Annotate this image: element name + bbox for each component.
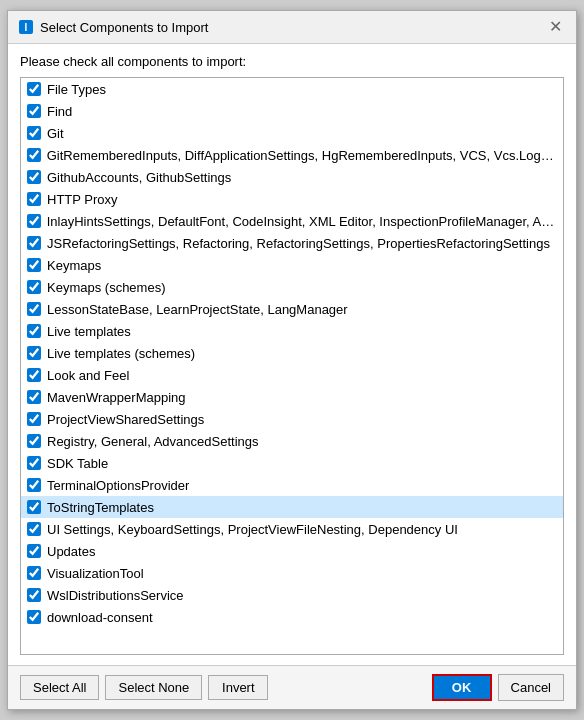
item-checkbox[interactable]	[27, 478, 41, 492]
list-item[interactable]: Registry, General, AdvancedSettings	[21, 430, 563, 452]
item-label: Find	[47, 104, 72, 119]
title-bar-left: I Select Components to Import	[18, 19, 208, 35]
invert-button[interactable]: Invert	[208, 675, 268, 700]
item-checkbox[interactable]	[27, 192, 41, 206]
item-label: LessonStateBase, LearnProjectState, Lang…	[47, 302, 348, 317]
item-label: Look and Feel	[47, 368, 129, 383]
item-checkbox[interactable]	[27, 104, 41, 118]
item-label: UI Settings, KeyboardSettings, ProjectVi…	[47, 522, 458, 537]
list-item[interactable]: GithubAccounts, GithubSettings	[21, 166, 563, 188]
item-label: Live templates	[47, 324, 131, 339]
item-checkbox[interactable]	[27, 170, 41, 184]
item-label: GithubAccounts, GithubSettings	[47, 170, 231, 185]
item-checkbox[interactable]	[27, 214, 41, 228]
select-all-button[interactable]: Select All	[20, 675, 99, 700]
list-item[interactable]: JSRefactoringSettings, Refactoring, Refa…	[21, 232, 563, 254]
item-checkbox[interactable]	[27, 434, 41, 448]
item-label: WslDistributionsService	[47, 588, 184, 603]
item-label: download-consent	[47, 610, 153, 625]
list-item[interactable]: InlayHintsSettings, DefaultFont, CodeIns…	[21, 210, 563, 232]
item-checkbox[interactable]	[27, 280, 41, 294]
item-label: GitRememberedInputs, DiffApplicationSett…	[47, 148, 557, 163]
title-bar: I Select Components to Import ✕	[8, 11, 576, 44]
item-label: ToStringTemplates	[47, 500, 154, 515]
item-label: JSRefactoringSettings, Refactoring, Refa…	[47, 236, 550, 251]
list-item[interactable]: WslDistributionsService	[21, 584, 563, 606]
list-item[interactable]: Find	[21, 100, 563, 122]
list-item[interactable]: LessonStateBase, LearnProjectState, Lang…	[21, 298, 563, 320]
item-checkbox[interactable]	[27, 346, 41, 360]
svg-text:I: I	[25, 22, 28, 33]
item-label: Registry, General, AdvancedSettings	[47, 434, 259, 449]
instructions: Please check all components to import:	[20, 54, 564, 69]
dialog-body: Please check all components to import: F…	[8, 44, 576, 665]
list-item[interactable]: Git	[21, 122, 563, 144]
item-label: SDK Table	[47, 456, 108, 471]
ok-button[interactable]: OK	[432, 674, 492, 701]
item-label: MavenWrapperMapping	[47, 390, 186, 405]
cancel-button[interactable]: Cancel	[498, 674, 564, 701]
item-label: InlayHintsSettings, DefaultFont, CodeIns…	[47, 214, 557, 229]
list-item[interactable]: TerminalOptionsProvider	[21, 474, 563, 496]
footer-right-buttons: OK Cancel	[432, 674, 564, 701]
item-label: TerminalOptionsProvider	[47, 478, 189, 493]
list-item[interactable]: Live templates	[21, 320, 563, 342]
item-checkbox[interactable]	[27, 126, 41, 140]
item-label: VisualizationTool	[47, 566, 144, 581]
item-label: Keymaps	[47, 258, 101, 273]
list-item[interactable]: HTTP Proxy	[21, 188, 563, 210]
list-item[interactable]: VisualizationTool	[21, 562, 563, 584]
footer-left-buttons: Select All Select None Invert	[20, 675, 268, 700]
close-button[interactable]: ✕	[545, 17, 566, 37]
item-checkbox[interactable]	[27, 500, 41, 514]
list-item[interactable]: ToStringTemplates	[21, 496, 563, 518]
list-item[interactable]: Keymaps	[21, 254, 563, 276]
select-none-button[interactable]: Select None	[105, 675, 202, 700]
item-label: Updates	[47, 544, 95, 559]
app-icon: I	[18, 19, 34, 35]
list-item[interactable]: MavenWrapperMapping	[21, 386, 563, 408]
item-label: HTTP Proxy	[47, 192, 118, 207]
dialog: I Select Components to Import ✕ Please c…	[7, 10, 577, 710]
item-checkbox[interactable]	[27, 456, 41, 470]
list-item[interactable]: Updates	[21, 540, 563, 562]
item-checkbox[interactable]	[27, 368, 41, 382]
item-checkbox[interactable]	[27, 412, 41, 426]
list-item[interactable]: Look and Feel	[21, 364, 563, 386]
list-item[interactable]: SDK Table	[21, 452, 563, 474]
list-item[interactable]: UI Settings, KeyboardSettings, ProjectVi…	[21, 518, 563, 540]
item-checkbox[interactable]	[27, 390, 41, 404]
item-checkbox[interactable]	[27, 610, 41, 624]
list-item[interactable]: download-consent	[21, 606, 563, 628]
item-label: ProjectViewSharedSettings	[47, 412, 204, 427]
item-label: Git	[47, 126, 64, 141]
item-checkbox[interactable]	[27, 302, 41, 316]
item-checkbox[interactable]	[27, 544, 41, 558]
dialog-footer: Select All Select None Invert OK Cancel	[8, 665, 576, 709]
list-item[interactable]: File Types	[21, 78, 563, 100]
item-checkbox[interactable]	[27, 82, 41, 96]
dialog-title: Select Components to Import	[40, 20, 208, 35]
item-label: File Types	[47, 82, 106, 97]
item-checkbox[interactable]	[27, 522, 41, 536]
list-item[interactable]: GitRememberedInputs, DiffApplicationSett…	[21, 144, 563, 166]
item-checkbox[interactable]	[27, 588, 41, 602]
list-item[interactable]: Live templates (schemes)	[21, 342, 563, 364]
item-checkbox[interactable]	[27, 258, 41, 272]
list-item[interactable]: Keymaps (schemes)	[21, 276, 563, 298]
list-item[interactable]: ProjectViewSharedSettings	[21, 408, 563, 430]
item-checkbox[interactable]	[27, 236, 41, 250]
item-checkbox[interactable]	[27, 148, 41, 162]
item-label: Keymaps (schemes)	[47, 280, 165, 295]
component-list: File TypesFindGitGitRememberedInputs, Di…	[20, 77, 564, 655]
item-checkbox[interactable]	[27, 324, 41, 338]
item-label: Live templates (schemes)	[47, 346, 195, 361]
item-checkbox[interactable]	[27, 566, 41, 580]
